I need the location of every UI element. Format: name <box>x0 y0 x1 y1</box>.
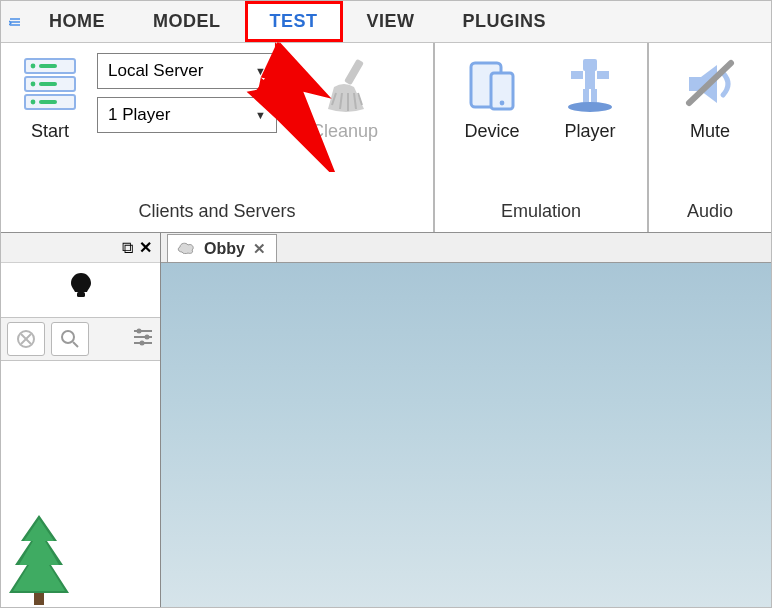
svg-point-18 <box>500 101 505 106</box>
workspace: ⧉ ✕ <box>1 233 771 608</box>
cleanup-button[interactable]: Cleanup <box>303 51 386 144</box>
ribbon-group-audio: Mute Audio <box>649 43 771 232</box>
group-title-emulation: Emulation <box>435 201 647 232</box>
svg-rect-27 <box>77 292 85 297</box>
svg-point-36 <box>145 335 150 340</box>
server-settings: Local Server ▼ 1 Player ▼ <box>97 53 277 133</box>
menu-view[interactable]: VIEW <box>343 1 439 42</box>
ribbon-group-emulation: Device Player Emulation <box>435 43 649 232</box>
ribbon: Start Local Server ▼ 1 Player ▼ <box>1 43 771 233</box>
group-title-audio: Audio <box>649 201 771 232</box>
server-type-dropdown[interactable]: Local Server ▼ <box>97 53 277 89</box>
menu-home[interactable]: HOME <box>25 1 129 42</box>
menu-model[interactable]: MODEL <box>129 1 245 42</box>
server-icon <box>19 53 81 115</box>
ribbon-group-clients-servers: Start Local Server ▼ 1 Player ▼ <box>1 43 435 232</box>
start-label: Start <box>31 121 69 142</box>
svg-line-32 <box>73 342 78 347</box>
filter-toolbar <box>1 317 160 361</box>
svg-rect-14 <box>39 100 57 104</box>
close-icon[interactable]: ✕ <box>139 238 152 257</box>
players-value: 1 Player <box>108 105 170 125</box>
svg-rect-12 <box>39 82 57 86</box>
menu-bar: HOME MODEL TEST VIEW PLUGINS <box>1 1 771 43</box>
menu-test[interactable]: TEST <box>245 1 343 42</box>
svg-point-11 <box>31 82 36 87</box>
mute-icon <box>679 53 741 115</box>
chevron-down-icon: ▼ <box>255 109 266 121</box>
cloud-icon <box>176 240 196 258</box>
svg-rect-10 <box>39 64 57 68</box>
undock-icon[interactable]: ⧉ <box>122 239 133 257</box>
device-button[interactable]: Device <box>453 51 531 144</box>
device-icon <box>461 53 523 115</box>
search-button[interactable] <box>51 322 89 356</box>
svg-rect-41 <box>34 593 44 605</box>
mute-label: Mute <box>690 121 730 142</box>
hint-row <box>1 263 160 317</box>
main-area: Obby ✕ <box>161 233 771 608</box>
document-tab-label: Obby <box>204 240 245 258</box>
players-dropdown[interactable]: 1 Player ▼ <box>97 97 277 133</box>
settings-sliders-icon[interactable] <box>132 327 154 351</box>
start-button[interactable]: Start <box>11 51 89 144</box>
3d-viewport[interactable] <box>161 263 771 608</box>
lightbulb-icon[interactable] <box>69 272 93 309</box>
pine-tree-icon <box>7 515 71 605</box>
player-label: Player <box>564 121 615 142</box>
panel-header: ⧉ ✕ <box>1 233 160 263</box>
menu-plugins[interactable]: PLUGINS <box>439 1 571 42</box>
ribbon-toggle-icon[interactable] <box>5 1 25 42</box>
explorer-tree[interactable] <box>1 361 160 608</box>
svg-rect-20 <box>585 71 595 89</box>
svg-rect-15 <box>344 59 364 86</box>
svg-marker-40 <box>13 519 65 591</box>
svg-point-31 <box>62 331 74 343</box>
document-tab[interactable]: Obby ✕ <box>167 234 277 262</box>
chevron-down-icon: ▼ <box>255 65 266 77</box>
device-label: Device <box>464 121 519 142</box>
document-tabstrip: Obby ✕ <box>161 233 771 263</box>
tab-close-icon[interactable]: ✕ <box>253 240 266 258</box>
player-icon <box>559 53 621 115</box>
side-panel: ⧉ ✕ <box>1 233 161 608</box>
group-title-clients-servers: Clients and Servers <box>1 201 433 232</box>
player-button[interactable]: Player <box>551 51 629 144</box>
cleanup-label: Cleanup <box>311 121 378 142</box>
clear-filter-button[interactable] <box>7 322 45 356</box>
mute-button[interactable]: Mute <box>671 51 749 144</box>
svg-point-13 <box>31 100 36 105</box>
svg-point-9 <box>31 64 36 69</box>
svg-rect-19 <box>583 59 597 71</box>
svg-point-34 <box>137 329 142 334</box>
svg-point-38 <box>140 341 145 346</box>
menu-test-label: TEST <box>270 11 318 32</box>
svg-rect-21 <box>571 71 583 79</box>
server-type-value: Local Server <box>108 61 203 81</box>
svg-rect-22 <box>597 71 609 79</box>
svg-point-25 <box>568 102 612 112</box>
broom-icon <box>314 53 376 115</box>
